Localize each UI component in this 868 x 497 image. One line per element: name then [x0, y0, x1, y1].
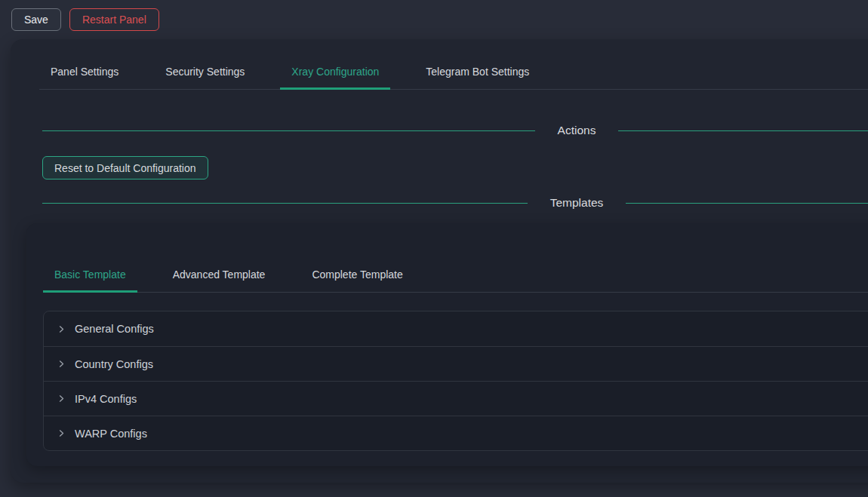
collapse-row-label: WARP Configs	[75, 428, 147, 440]
tab-panel-settings[interactable]: Panel Settings	[39, 54, 130, 89]
chevron-right-icon	[57, 324, 66, 334]
tab-xray-configuration[interactable]: Xray Configuration	[280, 54, 390, 89]
settings-tabs: Panel Settings Security Settings Xray Co…	[39, 39, 868, 90]
templates-card: Basic Template Advanced Template Complet…	[26, 223, 868, 466]
actions-divider: Actions	[42, 122, 868, 139]
save-button[interactable]: Save	[11, 8, 61, 31]
template-tabs: Basic Template Advanced Template Complet…	[43, 223, 868, 293]
templates-divider: Templates	[42, 195, 868, 211]
tab-complete-template[interactable]: Complete Template	[300, 257, 414, 292]
tab-advanced-template[interactable]: Advanced Template	[162, 257, 277, 292]
templates-divider-title: Templates	[550, 196, 604, 210]
collapse-row-general-configs[interactable]: General Configs	[44, 311, 868, 346]
collapse-row-country-configs[interactable]: Country Configs	[44, 346, 868, 381]
tab-security-settings[interactable]: Security Settings	[154, 54, 256, 89]
collapse-row-label: General Configs	[75, 323, 154, 335]
top-action-bar: Save Restart Panel	[0, 0, 868, 39]
chevron-right-icon	[57, 359, 66, 369]
config-groups-collapse: General Configs Country Configs IPv4 Con…	[43, 311, 868, 451]
reset-default-configuration-button[interactable]: Reset to Default Configuration	[42, 156, 208, 179]
actions-divider-title: Actions	[558, 124, 596, 137]
collapse-row-label: IPv4 Configs	[75, 393, 137, 405]
collapse-row-ipv4-configs[interactable]: IPv4 Configs	[44, 381, 868, 416]
chevron-right-icon	[57, 428, 66, 438]
collapse-row-label: Country Configs	[75, 358, 153, 370]
restart-panel-button[interactable]: Restart Panel	[69, 8, 159, 31]
chevron-right-icon	[57, 394, 66, 403]
settings-card: Panel Settings Security Settings Xray Co…	[11, 39, 868, 483]
tab-telegram-bot-settings[interactable]: Telegram Bot Settings	[414, 54, 540, 89]
collapse-row-warp-configs[interactable]: WARP Configs	[44, 416, 868, 450]
tab-basic-template[interactable]: Basic Template	[43, 257, 137, 292]
